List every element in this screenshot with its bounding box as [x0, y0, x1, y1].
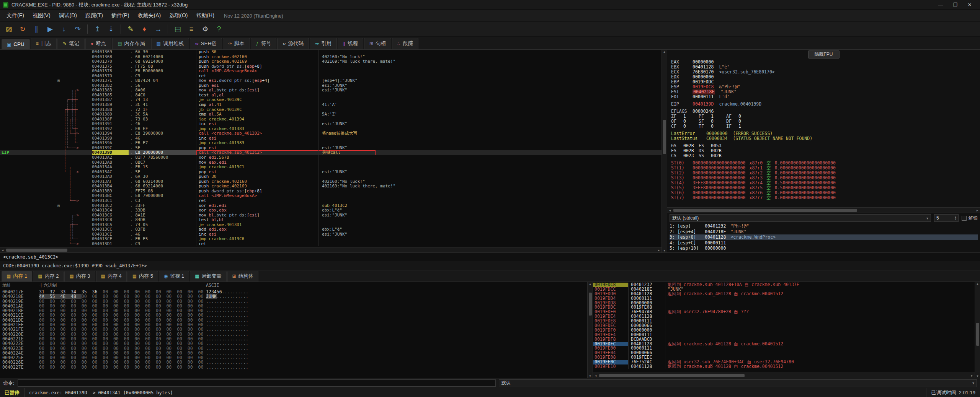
register-line[interactable]: EIP0040139Dcrackme.0040139D — [671, 102, 976, 107]
scroll-right-icon[interactable]: ▸ — [969, 374, 975, 377]
register-line[interactable]: ESI0040218E"JUNK" — [671, 89, 976, 94]
argument-count-stepper[interactable]: 5 ▴▾ — [934, 214, 959, 222]
disasm-row[interactable]: └┄┄>004013D1C3ret — [0, 242, 662, 247]
scroll-thumb[interactable] — [589, 293, 592, 316]
menu-plugins[interactable]: 插件(P) — [107, 11, 134, 21]
disasm-row[interactable]: ┆┆004013CC03FBadd edi,ebxebx:L"è" — [0, 227, 662, 232]
disasm-row[interactable]: 004013696A 30push 30 — [0, 50, 662, 55]
menu-options[interactable]: 选项(O) — [165, 11, 192, 21]
disasm-row[interactable]: ┆┆┆┆┆0040139146inc esiesi:"JUNK" — [0, 122, 662, 127]
scroll-thumb[interactable] — [976, 323, 979, 346]
disassembly-hscrollbar[interactable]: ◂ ▸ — [0, 247, 662, 252]
argument-row[interactable]: 3: [esp+8]00401128<crackme.WndProc> — [670, 234, 978, 240]
close-button[interactable]: ✕ — [962, 0, 977, 10]
disasm-row[interactable]: ┆┆└┄┼>00401394E8 39000000call <crackme.s… — [0, 131, 662, 136]
menu-file[interactable]: 文件(F) — [2, 11, 28, 21]
scroll-left-icon[interactable]: ◂ — [667, 208, 673, 212]
tab-source[interactable]: ‹›源代码 — [277, 38, 309, 49]
tab-memory-map[interactable]: ▤内存布局 — [112, 38, 150, 49]
fold-icon[interactable]: ⊟ — [57, 203, 60, 208]
register-line[interactable]: EBX00401128L"è" — [671, 65, 976, 70]
open-file-button[interactable]: ▨ — [2, 23, 15, 35]
tab-trace[interactable]: ∴跟踪 — [392, 38, 418, 49]
stack-hscrollbar[interactable]: ◂ ▸ — [593, 373, 975, 378]
register-line[interactable]: ST(7)00000000000000000000x87r7空0.0000000… — [671, 195, 976, 200]
command-input[interactable] — [18, 379, 496, 387]
disasm-row[interactable]: 00401378E8 BD000000call <JMP.&MessageBox… — [0, 69, 662, 74]
register-line[interactable]: EDX00000000 — [671, 75, 976, 80]
disasm-row[interactable]: ┆┆ ┆┆0040138D3C 5Acmp al,5A5A:'Z' — [0, 112, 662, 117]
command-profile-select[interactable]: 默认 ▾ — [499, 379, 977, 387]
scroll-up-icon[interactable]: ▴ — [589, 282, 591, 286]
bottom-tab-struct[interactable]: ⊞结构体 — [227, 271, 258, 281]
register-line[interactable]: EDI00000111L'đ' — [671, 94, 976, 99]
menu-trace[interactable]: 跟踪(T) — [81, 11, 107, 21]
tab-handles[interactable]: ⊞句柄 — [364, 38, 391, 49]
bottom-tab-memory-4[interactable]: ▤内存 4 — [96, 271, 127, 281]
disasm-row[interactable]: └┄┄>004013C1C3ret — [0, 198, 662, 203]
argument-row[interactable]: 5: [esp+10]00000000 — [670, 246, 978, 251]
minimize-button[interactable]: — — [933, 0, 948, 10]
memory-map-shortcut-button[interactable]: ▤ — [171, 23, 184, 35]
stack-row[interactable]: 0019FE1000401128返回到 crackme.sub_401128 自… — [593, 364, 975, 369]
disasm-row[interactable]: ┆004013C884DBtest bl,bl — [0, 218, 662, 223]
argument-row[interactable]: 4: [esp+C]00000111 — [670, 240, 978, 246]
disasm-row[interactable]: 004013C433DBxor ebx,ebxebx:L"è" — [0, 208, 662, 213]
scroll-thumb[interactable] — [673, 209, 857, 212]
tab-log[interactable]: ≡日志 — [31, 38, 57, 49]
scroll-thumb[interactable] — [599, 374, 745, 377]
bottom-tab-locals[interactable]: ▦局部变量 — [190, 271, 226, 281]
scroll-track[interactable] — [673, 208, 975, 213]
run-to-user-code-button[interactable]: ⇣ — [105, 23, 118, 35]
argument-row[interactable]: 2: [esp+4]0040218E"JUNK" — [670, 229, 978, 235]
menu-debug[interactable]: 调试(D) — [55, 11, 81, 21]
hide-fpu-button[interactable]: 隐藏FPU — [808, 50, 840, 59]
bottom-tab-memory-1[interactable]: ▤内存 1 — [2, 271, 32, 281]
settings-button[interactable]: ⚙ — [199, 23, 212, 35]
bottom-tab-memory-3[interactable]: ▤内存 3 — [64, 271, 95, 281]
argument-row[interactable]: 1: [esp]00401232"Ph~!@" — [670, 223, 978, 229]
calling-convention-select[interactable]: 默认 (stdcall) ▾ — [670, 214, 931, 222]
memory-row[interactable]: 0040227E00 00 00 00 00 00 00 00 00 00 00… — [0, 365, 587, 369]
disasm-row[interactable]: ┆ ┆┆004013893C 41cmp al,4141:'A' — [0, 103, 662, 107]
scroll-up-icon[interactable]: ▴ — [663, 50, 665, 54]
scroll-track[interactable] — [5, 247, 656, 252]
run-button[interactable]: ▶ — [44, 23, 57, 35]
tab-call-stack[interactable]: ▥调用堆栈 — [151, 38, 189, 49]
scroll-track[interactable] — [598, 373, 969, 378]
step-into-button[interactable]: ↓ — [57, 23, 70, 35]
register-line[interactable]: CF0TF0IF1 — [671, 124, 976, 129]
stepper-arrows-icon[interactable]: ▴▾ — [955, 216, 956, 220]
bottom-tab-watch-1[interactable]: ◉监视 1 — [159, 271, 189, 281]
registers-hscrollbar[interactable]: ◂ ▸ — [667, 207, 980, 213]
disasm-row[interactable]: ⊟0040137E8B7424 04mov esi,dword ptr ss:[… — [0, 78, 662, 83]
menu-view[interactable]: 视图(V) — [28, 11, 55, 21]
register-line[interactable]: LastStatusC0000034(STATUS_OBJECT_NAME_NO… — [671, 136, 976, 141]
register-line[interactable]: EBP0019FDDC — [671, 80, 976, 85]
unlock-checkbox[interactable] — [962, 216, 967, 221]
tab-script[interactable]: ✑脚本 — [223, 38, 250, 49]
scroll-track[interactable] — [975, 286, 980, 374]
register-line[interactable]: ECX76E80170<user32.sub_76E80170> — [671, 70, 976, 75]
disasm-row[interactable]: ┆004013B468 69214000push crackme.4021694… — [0, 184, 662, 189]
maximize-button[interactable]: ❐ — [948, 0, 962, 10]
scroll-down-icon[interactable]: ▾ — [977, 374, 978, 378]
disasm-row[interactable]: ┆└┄╴004013CFEB F5jmp crackme.4013C6 — [0, 237, 662, 242]
tab-references[interactable]: ⇒引用 — [310, 38, 337, 49]
disasm-row[interactable]: ┆ ┌┄┄╴004013AAEB 15jmp crackme.4013C1 — [0, 165, 662, 170]
menu-favourites[interactable]: 收藏夹(A) — [134, 11, 165, 21]
trace-record-button[interactable]: ♦ — [138, 23, 151, 35]
scroll-track[interactable] — [662, 54, 667, 249]
scroll-up-icon[interactable]: ▴ — [977, 282, 978, 286]
scroll-right-icon[interactable]: ▸ — [975, 208, 980, 212]
scroll-right-icon[interactable]: ▸ — [656, 248, 662, 252]
about-button[interactable]: ? — [212, 23, 225, 35]
disasm-row[interactable]: 0040137068 69214000push crackme.40216940… — [0, 59, 662, 64]
stack-vscrollbar[interactable]: ▴ ▾ — [975, 282, 980, 378]
register-line[interactable]: ZF1PF1AF0 — [671, 114, 976, 119]
scroll-left-icon[interactable]: ◂ — [593, 374, 598, 377]
memory-vscrollbar[interactable]: ▴ ▾ — [587, 282, 593, 378]
scroll-thumb[interactable] — [6, 249, 67, 252]
scroll-track[interactable] — [588, 286, 593, 374]
bottom-tab-memory-2[interactable]: ▤内存 2 — [33, 271, 64, 281]
